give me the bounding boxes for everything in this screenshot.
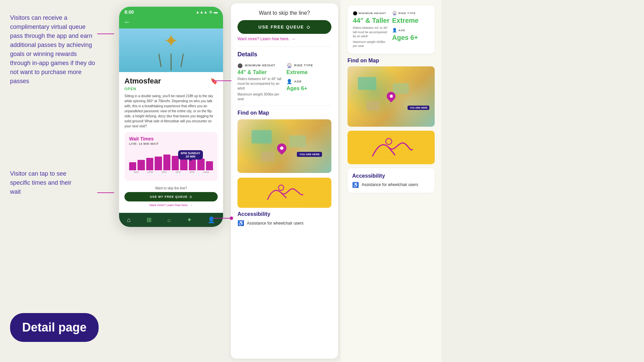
right-height-note: Riders between 44" to 48" tall must be a… bbox=[353, 26, 390, 39]
middle-skip-label: Want to skip the line? bbox=[237, 10, 331, 16]
phone-hero-image: ✦ bbox=[119, 28, 223, 72]
right-detail-panel: ⬤ MINIMUM HEIGHT 44" & Taller Riders bet… bbox=[341, 0, 441, 362]
right-detail-grid: ⬤ MINIMUM HEIGHT 44" & Taller Riders bet… bbox=[353, 11, 429, 48]
right-map[interactable]: YOU ARE HERE bbox=[347, 66, 435, 127]
middle-accessibility-item: ♿ Assistance for wheelchair users bbox=[237, 220, 331, 226]
phone-learn-more-link[interactable]: Want more? Learn how here. → bbox=[124, 203, 218, 207]
chart-bar bbox=[206, 161, 213, 170]
middle-accessibility-title: Accessibility bbox=[237, 211, 331, 217]
nav-profile-icon[interactable]: 👤 bbox=[208, 216, 215, 224]
middle-map[interactable]: YOU ARE HERE bbox=[237, 119, 331, 173]
middle-height-value: 44" & Taller bbox=[237, 69, 282, 75]
right-age-icon: 👤 bbox=[392, 28, 397, 33]
right-accessibility-text: Assistance for wheelchair users bbox=[362, 182, 418, 187]
chart-bar bbox=[155, 157, 162, 170]
chart-bar bbox=[138, 160, 145, 170]
bookmark-icon[interactable]: 🔖 bbox=[210, 77, 218, 85]
height-icon: ⬤ bbox=[237, 63, 243, 68]
right-height-icon: ⬤ bbox=[353, 11, 357, 15]
right-height-value: 44" & Taller bbox=[353, 17, 390, 24]
phone-ride-content: Atmosfear 🔖 OPEN Sitting in a double swi… bbox=[119, 72, 223, 213]
nav-search-icon[interactable]: ⌕ bbox=[167, 217, 171, 224]
right-accessibility-item: ♿ Assistance for wheelchair users bbox=[352, 182, 430, 188]
middle-min-height: ⬤ MINIMUM HEIGHT 44" & Taller Riders bet… bbox=[237, 63, 282, 102]
phone-wait-title: Wait Times bbox=[129, 136, 213, 141]
chart-bar bbox=[146, 158, 153, 170]
middle-detail-panel: Want to skip the line? USE FREE QUEUE ◇ … bbox=[231, 3, 338, 359]
back-arrow-icon[interactable]: ← bbox=[124, 18, 130, 26]
phone-mockup-area: 8:00 ▲▲▲ ⊕ ▬ ← ✦ Atmosfear 🔖 bbox=[114, 0, 228, 362]
phone-nav-bar: ← bbox=[119, 17, 223, 28]
phone-wait-times: Wait Times LIVE: 14 MIN WAIT 6PM SUNDAY … bbox=[124, 132, 218, 181]
middle-ride-type: 🎡 RIDE TYPE Extreme 👤 AGE Ages 6+ bbox=[286, 63, 331, 102]
nav-game-icon[interactable]: ✦ bbox=[187, 216, 192, 224]
wheelchair-icon: ♿ bbox=[237, 220, 244, 226]
middle-accessibility-text: Assistance for wheelchair users bbox=[247, 221, 304, 226]
phone-live-wait: LIVE: 14 MIN WAIT bbox=[129, 142, 213, 145]
phone-status-badge: OPEN bbox=[124, 87, 218, 91]
middle-weight-note: Maximum weight 300lbs per seat bbox=[237, 92, 282, 102]
right-you-are-here-badge: YOU ARE HERE bbox=[408, 106, 429, 110]
middle-age-value: Ages 6+ bbox=[286, 85, 331, 92]
phone-skip-line: Want to skip the line? USE MY FREE QUEUE… bbox=[124, 184, 218, 208]
right-map-title: Find on Map bbox=[347, 58, 435, 64]
right-wheelchair-icon: ♿ bbox=[352, 182, 359, 188]
middle-learn-more-link[interactable]: Want more? Learn how here. → bbox=[237, 37, 331, 41]
middle-ride-type-value: Extreme bbox=[286, 69, 331, 75]
left-annotation-panel: Visitors can receive a complimentary vir… bbox=[0, 0, 114, 362]
right-yellow-card bbox=[347, 131, 435, 164]
middle-yellow-card bbox=[237, 178, 331, 208]
chart-bar bbox=[129, 162, 136, 170]
right-accessibility-title: Accessibility bbox=[352, 173, 430, 179]
phone-frame: 8:00 ▲▲▲ ⊕ ▬ ← ✦ Atmosfear 🔖 bbox=[119, 7, 223, 227]
nav-home-icon[interactable]: ⌂ bbox=[127, 217, 131, 224]
right-ride-type-value: Extreme bbox=[392, 17, 429, 24]
top-annotation-text: Visitors can receive a complimentary vir… bbox=[10, 13, 97, 86]
ride-type-icon: 🎡 bbox=[286, 63, 292, 68]
middle-details-title: Details bbox=[237, 51, 331, 58]
middle-you-are-here-badge: YOU ARE HERE bbox=[297, 152, 322, 157]
use-free-queue-button[interactable]: USE FREE QUEUE ◇ bbox=[237, 20, 331, 34]
right-age-value: Ages 6+ bbox=[392, 34, 429, 42]
bottom-annotation-text: Visitor can tap to see specific times an… bbox=[10, 169, 84, 196]
middle-height-note: Riders between 44" to 48" tall must be a… bbox=[237, 77, 282, 91]
right-ride-type: 🎡 RIDE TYPE Extreme 👤 AGE Ages 6+ bbox=[392, 11, 429, 48]
phone-free-queue-button[interactable]: USE MY FREE QUEUE ◇ bbox=[124, 192, 218, 201]
svg-point-1 bbox=[386, 138, 392, 144]
chart-bar bbox=[163, 155, 170, 170]
phone-ride-title: Atmosfear bbox=[124, 77, 161, 85]
phone-skip-label: Want to skip the line? bbox=[124, 186, 218, 190]
detail-page-badge: Detail page bbox=[10, 313, 99, 342]
middle-accessibility: Accessibility ♿ Assistance for wheelchai… bbox=[237, 211, 331, 226]
phone-bottom-nav: ⌂ ⊞ ⌕ ✦ 👤 bbox=[119, 213, 223, 227]
phone-chart-tooltip: 6PM SUNDAY 20 MIN bbox=[178, 150, 203, 160]
phone-status-icons: ▲▲▲ ⊕ ▬ bbox=[196, 10, 218, 14]
age-icon: 👤 bbox=[286, 79, 292, 84]
chart-bar bbox=[197, 159, 204, 170]
hero-star-icon: ✦ bbox=[163, 30, 179, 52]
phone-ride-description: Sitting in a double swing, you'll be rai… bbox=[124, 94, 218, 129]
middle-map-title: Find on Map bbox=[237, 110, 331, 116]
right-accessibility-card: Accessibility ♿ Assistance for wheelchai… bbox=[347, 168, 435, 193]
svg-point-0 bbox=[278, 185, 284, 190]
chart-bar bbox=[172, 156, 179, 170]
phone-chart-area[interactable]: 6PM SUNDAY 20 MIN bbox=[129, 150, 213, 177]
right-ride-type-icon: 🎡 bbox=[392, 11, 397, 15]
phone-chart-labels: 9AM 12PM 3PM 6PM 9PM 12AM bbox=[129, 171, 213, 173]
right-min-height: ⬤ MINIMUM HEIGHT 44" & Taller Riders bet… bbox=[353, 11, 390, 48]
phone-status-bar: 8:00 ▲▲▲ ⊕ ▬ bbox=[119, 7, 223, 17]
right-weight-note: Maximum weight 300lbs per seat bbox=[353, 40, 390, 48]
middle-detail-grid: ⬤ MINIMUM HEIGHT 44" & Taller Riders bet… bbox=[237, 63, 331, 102]
right-top-detail-card: ⬤ MINIMUM HEIGHT 44" & Taller Riders bet… bbox=[347, 5, 435, 54]
nav-map-icon[interactable]: ⊞ bbox=[147, 216, 152, 224]
